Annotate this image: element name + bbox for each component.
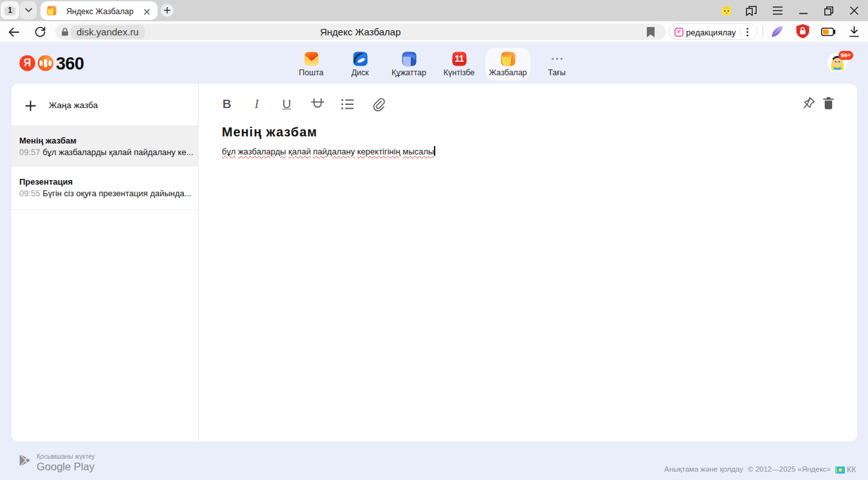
svg-text:11: 11 <box>455 53 464 64</box>
svg-text:Я: Я <box>24 57 32 68</box>
